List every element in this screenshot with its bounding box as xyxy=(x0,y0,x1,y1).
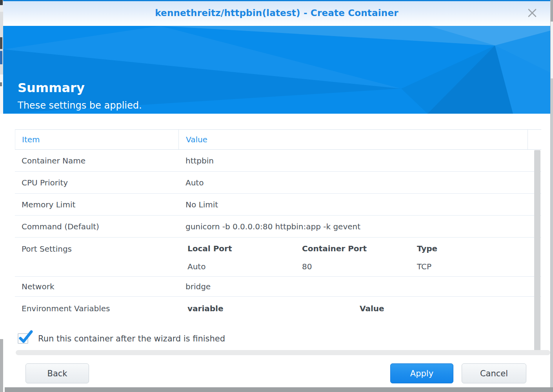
screen: kennethreitz/httpbin(latest) - Create Co… xyxy=(0,0,553,392)
back-button[interactable]: Back xyxy=(25,363,89,383)
vertical-scrollbar-thumb[interactable] xyxy=(534,150,540,355)
table-row-memory-limit: Memory Limit No Limit xyxy=(15,194,541,216)
back-button-label: Back xyxy=(47,369,67,378)
summary-table: Item Value Container Name httpbin CPU Pr… xyxy=(15,129,541,325)
background-text-fragment xyxy=(0,51,2,64)
subtable-header-value: Value xyxy=(360,297,541,313)
subtable-header-type: Type xyxy=(417,238,541,262)
row-value: Auto xyxy=(178,178,541,187)
row-label: Command (Default) xyxy=(15,222,178,231)
apply-button-label: Apply xyxy=(410,369,433,378)
table-row-network: Network bridge xyxy=(15,277,541,297)
step-subtitle: These settings be applied. xyxy=(18,100,142,111)
table-row-port-settings: Port Settings Local Port Container Port … xyxy=(15,238,541,277)
dialog-title: kennethreitz/httpbin(latest) - Create Co… xyxy=(3,8,550,18)
run-after-wizard-row: Run this container after the wizard is f… xyxy=(18,333,225,344)
background-window-sliver-right xyxy=(551,0,553,392)
table-row-environment-variables: Environment Variables variable Value xyxy=(15,297,541,325)
subtable-value-local-port: Auto xyxy=(187,262,302,271)
row-label: Memory Limit xyxy=(15,200,178,209)
subtable-value-container-port: 80 xyxy=(302,262,417,271)
table-header-row: Item Value xyxy=(15,129,541,150)
table-row-command: Command (Default) gunicorn -b 0.0.0.0:80… xyxy=(15,216,541,238)
environment-variables-subtable: variable Value xyxy=(187,297,541,313)
row-label: CPU Priority xyxy=(15,178,178,187)
subtable-value-type: TCP xyxy=(417,262,541,271)
row-value: bridge xyxy=(178,282,541,291)
column-header-item[interactable]: Item xyxy=(15,130,179,149)
row-value: gunicorn -b 0.0.0.0:80 httpbin:app -k ge… xyxy=(178,222,541,231)
horizontal-scrollbar-thumb[interactable] xyxy=(16,350,550,355)
run-after-wizard-label: Run this container after the wizard is f… xyxy=(38,334,225,343)
row-value: No Limit xyxy=(178,200,541,209)
row-label: Environment Variables xyxy=(15,297,178,313)
row-label: Container Name xyxy=(15,156,178,165)
background-window-sliver-left xyxy=(0,0,3,392)
dialog-bottom-edge xyxy=(5,387,553,392)
table-row-container-name: Container Name httpbin xyxy=(15,150,541,172)
subtable-header-container-port: Container Port xyxy=(302,238,417,262)
table-row-cpu-priority: CPU Priority Auto xyxy=(15,172,541,194)
close-icon[interactable] xyxy=(526,7,538,19)
row-label: Network xyxy=(15,282,178,291)
background-text-fragment xyxy=(0,37,2,49)
dialog-titlebar: kennethreitz/httpbin(latest) - Create Co… xyxy=(3,0,550,26)
column-header-spacer xyxy=(528,130,541,149)
column-header-value[interactable]: Value xyxy=(179,130,528,149)
cancel-button-label: Cancel xyxy=(480,369,508,378)
apply-button[interactable]: Apply xyxy=(390,363,453,383)
run-after-wizard-checkbox[interactable] xyxy=(18,333,28,344)
row-value: httpbin xyxy=(178,156,541,165)
cancel-button[interactable]: Cancel xyxy=(462,363,526,383)
port-settings-subtable: Local Port Container Port Type Auto 80 T… xyxy=(187,238,541,271)
background-text-fragment xyxy=(0,82,2,86)
background-text-fragment xyxy=(0,0,3,5)
wizard-step-header: Summary These settings be applied. xyxy=(3,26,550,114)
subtable-header-variable: variable xyxy=(187,297,360,313)
subtable-header-local-port: Local Port xyxy=(187,238,302,262)
create-container-dialog: kennethreitz/httpbin(latest) - Create Co… xyxy=(3,0,551,387)
step-title: Summary xyxy=(18,80,85,95)
row-label: Port Settings xyxy=(15,238,178,254)
checkmark-icon xyxy=(19,330,34,345)
